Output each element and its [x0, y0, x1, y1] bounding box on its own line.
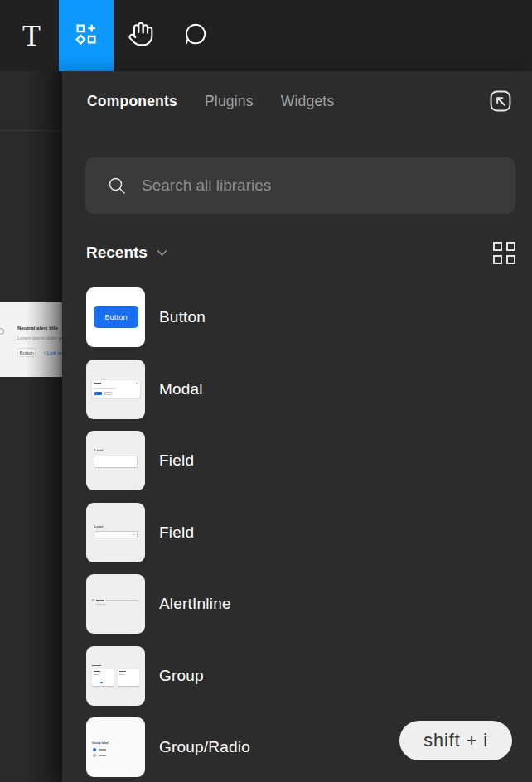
- text-line: [92, 665, 101, 667]
- list-item-field-select[interactable]: Label Field: [86, 503, 515, 562]
- chevron-down-icon: [157, 249, 167, 257]
- thumb-field-label: Label: [94, 524, 103, 529]
- component-name: Field: [159, 524, 194, 542]
- text-line: [106, 600, 138, 601]
- section-row: Recents: [86, 239, 515, 267]
- text-line: [96, 600, 104, 601]
- caret-icon: [133, 534, 135, 536]
- recents-dropdown[interactable]: Recents: [86, 244, 167, 262]
- alert-info-icon: [0, 328, 4, 335]
- keyboard-shortcut-badge: shift + i: [399, 721, 512, 760]
- comment-tool-button[interactable]: [168, 0, 223, 71]
- search-input[interactable]: [142, 176, 501, 195]
- component-thumbnail: Button: [86, 287, 145, 347]
- alert-actions: Button Link text: [17, 345, 62, 360]
- list-item-field[interactable]: Label Field: [86, 431, 515, 490]
- popout-arrow-icon: [487, 88, 514, 114]
- canvas-background: Neutral alert title Lorem ipsum dolor am…: [0, 71, 62, 782]
- thumb-card: [118, 669, 139, 686]
- panel-header: Components Plugins Widgets: [62, 71, 532, 131]
- text-line: [96, 604, 106, 605]
- alert-body-text: Lorem ipsum dolor amet consec: [17, 335, 62, 340]
- component-name: Modal: [159, 380, 203, 398]
- thumb-card: [92, 669, 114, 686]
- canvas-alert-card: Neutral alert title Lorem ipsum dolor am…: [0, 302, 62, 377]
- comment-icon: [183, 22, 208, 50]
- text-line: [99, 749, 106, 751]
- radio-unselected-icon: [93, 754, 96, 757]
- list-item-alertinline[interactable]: AlertInline: [86, 574, 515, 634]
- component-thumbnail: [86, 360, 145, 419]
- list-item-modal[interactable]: Modal: [86, 360, 515, 419]
- assets-icon: [73, 21, 99, 51]
- component-list: Button Button Modal Label Field: [86, 287, 515, 782]
- component-name: AlertInline: [159, 595, 231, 613]
- component-name: Group/Radio: [159, 738, 250, 756]
- alert-title: Neutral alert title: [17, 325, 58, 331]
- hand-tool-button[interactable]: [114, 0, 168, 71]
- thumb-modal: [92, 380, 140, 398]
- tab-widgets[interactable]: Widgets: [281, 93, 335, 110]
- component-name: Field: [159, 451, 194, 470]
- thumb-input: [94, 456, 138, 468]
- tab-components[interactable]: Components: [87, 93, 177, 110]
- text-line: [94, 383, 101, 384]
- component-thumbnail: Group label: [86, 717, 145, 777]
- search-icon: [107, 176, 127, 196]
- tab-plugins[interactable]: Plugins: [205, 93, 254, 110]
- blue-dot: [100, 682, 103, 684]
- popout-button[interactable]: [486, 86, 515, 116]
- canvas-divider: [0, 130, 62, 131]
- thumb-radio-row: [93, 748, 106, 751]
- thumb-select: [94, 531, 138, 538]
- component-name: Group: [159, 667, 204, 685]
- thumb-radio-row: [93, 754, 106, 757]
- thumb-button: Button: [94, 306, 138, 328]
- component-thumbnail: [86, 646, 145, 706]
- component-thumbnail: [86, 574, 145, 634]
- text-line: [94, 388, 116, 389]
- thumb-group-label: Group label: [92, 741, 109, 745]
- alert-button: Button: [17, 348, 36, 356]
- top-toolbar: T: [0, 0, 532, 71]
- list-item-group[interactable]: Group: [86, 646, 515, 706]
- text-tool-button[interactable]: T: [4, 0, 59, 71]
- list-item-button[interactable]: Button Button: [86, 287, 515, 347]
- thumb-secondary-button: [104, 392, 112, 395]
- text-line: [99, 755, 106, 756]
- thumb-primary-button: [94, 392, 102, 395]
- radio-selected-icon: [93, 748, 96, 751]
- panel-shadow: [0, 71, 62, 782]
- thumb-field-label: Label: [94, 448, 103, 452]
- text-tool-icon: T: [22, 21, 41, 51]
- info-icon: [92, 599, 94, 601]
- panel-tabs: Components Plugins Widgets: [87, 93, 334, 110]
- hand-icon: [128, 21, 154, 51]
- component-thumbnail: Label: [86, 503, 145, 562]
- components-panel: Components Plugins Widgets Recents: [62, 71, 532, 782]
- component-name: Button: [159, 308, 206, 326]
- arrow-right-icon: [43, 351, 46, 355]
- search-bar[interactable]: [85, 157, 515, 214]
- component-thumbnail: Label: [86, 431, 145, 490]
- assets-tool-button[interactable]: [59, 0, 114, 71]
- close-icon: [136, 383, 138, 384]
- alert-link: Link text: [43, 350, 62, 355]
- grid-view-icon[interactable]: [493, 242, 515, 264]
